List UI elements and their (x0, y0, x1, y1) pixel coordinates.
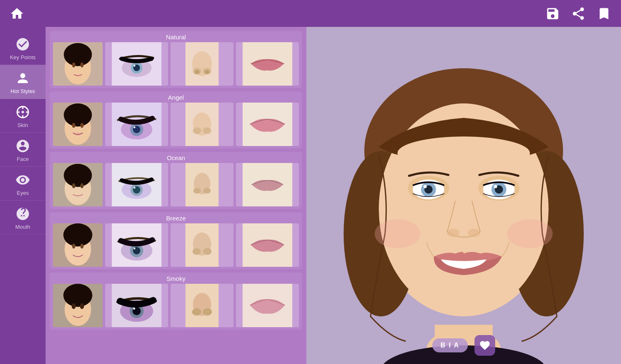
svg-point-57 (80, 244, 84, 249)
style-label-breeze: Breeze (50, 212, 302, 223)
svg-point-107 (468, 229, 480, 237)
style-images-angel (50, 103, 302, 146)
style-images-smoky (50, 284, 302, 327)
style-label-natural: Natural (50, 31, 302, 42)
photo-area: B I A (306, 27, 621, 364)
svg-point-9 (72, 62, 75, 67)
home-button[interactable] (8, 5, 26, 22)
style-row-smoky[interactable]: Smoky (50, 273, 302, 330)
sidebar-item-skin[interactable]: Skin (0, 99, 46, 133)
svg-point-15 (134, 65, 135, 67)
share-button[interactable] (570, 5, 587, 22)
style-row-natural[interactable]: Natural (50, 31, 302, 88)
topbar-right (544, 5, 613, 22)
svg-point-26 (72, 123, 75, 128)
svg-point-1 (22, 111, 24, 113)
svg-point-56 (72, 244, 75, 249)
sidebar-item-face[interactable]: Face (0, 133, 46, 167)
svg-point-25 (64, 103, 92, 127)
style-thumb-lips-natural[interactable] (236, 42, 299, 86)
style-thumb-face-natural[interactable] (53, 42, 103, 86)
bottom-controls: B I A (432, 335, 495, 356)
svg-point-42 (80, 183, 84, 188)
style-thumb-nose-ocean[interactable] (171, 163, 233, 206)
svg-point-50 (193, 188, 201, 194)
style-thumb-lips-breeze[interactable] (236, 223, 299, 267)
svg-point-47 (134, 187, 135, 189)
style-label-smoky: Smoky (50, 273, 302, 284)
svg-point-27 (80, 123, 84, 128)
svg-point-40 (64, 164, 92, 187)
favorites-button[interactable] (595, 5, 613, 22)
style-thumb-nose-smoky[interactable] (171, 284, 233, 327)
svg-point-35 (193, 127, 201, 134)
svg-point-77 (133, 308, 135, 310)
style-images-breeze (50, 223, 302, 267)
style-thumb-brow-ocean[interactable] (105, 163, 168, 206)
favorite-heart-button[interactable] (474, 335, 495, 356)
style-images-ocean (50, 163, 302, 206)
svg-point-93 (397, 136, 530, 170)
main-content: Key Points Hot Styles Skin Face (0, 27, 621, 364)
save-button[interactable] (544, 5, 561, 22)
svg-point-65 (193, 248, 201, 255)
bia-button[interactable]: B I A (432, 338, 468, 352)
style-thumb-face-smoky[interactable] (53, 284, 103, 327)
svg-point-80 (192, 308, 201, 316)
svg-point-95 (507, 219, 553, 248)
style-thumb-nose-angel[interactable] (171, 103, 233, 146)
svg-point-71 (72, 303, 76, 309)
svg-point-21 (205, 70, 209, 74)
sidebar-item-eyes[interactable]: Eyes (0, 167, 46, 201)
style-thumb-brow-breeze[interactable] (105, 223, 168, 267)
svg-point-100 (424, 185, 427, 188)
style-thumb-lips-ocean[interactable] (236, 163, 299, 206)
style-thumb-lips-angel[interactable] (236, 103, 299, 146)
style-thumb-face-breeze[interactable] (53, 223, 103, 267)
style-row-breeze[interactable]: Breeze (50, 212, 302, 269)
svg-point-20 (195, 70, 200, 74)
svg-point-94 (375, 219, 420, 248)
style-thumb-face-ocean[interactable] (53, 163, 103, 206)
style-label-angel: Angel (50, 91, 302, 103)
sidebar-label-eyes: Eyes (17, 190, 29, 196)
sidebar: Key Points Hot Styles Skin Face (0, 27, 46, 364)
topbar-left (8, 5, 26, 22)
style-thumb-face-angel[interactable] (53, 103, 103, 146)
style-thumb-nose-breeze[interactable] (171, 223, 233, 267)
style-thumb-brow-natural[interactable] (105, 42, 168, 86)
style-label-ocean: Ocean (50, 152, 302, 163)
svg-point-51 (203, 188, 211, 194)
svg-point-70 (63, 284, 92, 307)
svg-point-55 (63, 223, 92, 247)
svg-point-32 (134, 127, 135, 128)
svg-point-105 (494, 185, 497, 188)
svg-point-41 (72, 183, 75, 188)
styles-panel: Natural (46, 27, 306, 364)
svg-point-72 (80, 303, 84, 309)
svg-point-106 (447, 229, 460, 237)
svg-point-10 (80, 62, 84, 67)
style-thumb-brow-angel[interactable] (105, 103, 168, 146)
style-images-natural (50, 42, 302, 86)
sidebar-label-mouth: Mouth (15, 224, 30, 230)
svg-point-36 (203, 127, 211, 134)
sidebar-label-hot-styles: Hot Styles (10, 88, 35, 94)
sidebar-label-face: Face (17, 156, 29, 162)
style-thumb-lips-smoky[interactable] (236, 284, 299, 327)
style-row-ocean[interactable]: Ocean (50, 152, 302, 209)
sidebar-label-skin: Skin (17, 122, 28, 128)
svg-point-8 (64, 43, 92, 66)
style-thumb-nose-natural[interactable] (171, 42, 233, 86)
sidebar-label-key-points: Key Points (10, 54, 36, 60)
topbar (0, 0, 621, 27)
sidebar-item-mouth[interactable]: Mouth (0, 201, 46, 235)
style-row-angel[interactable]: Angel (50, 91, 302, 148)
sidebar-item-hot-styles[interactable]: Hot Styles (0, 65, 46, 99)
svg-point-81 (203, 308, 212, 316)
svg-point-66 (203, 248, 212, 255)
svg-point-62 (134, 248, 135, 249)
sidebar-item-key-points[interactable]: Key Points (0, 31, 46, 65)
style-thumb-brow-smoky[interactable] (105, 284, 168, 327)
